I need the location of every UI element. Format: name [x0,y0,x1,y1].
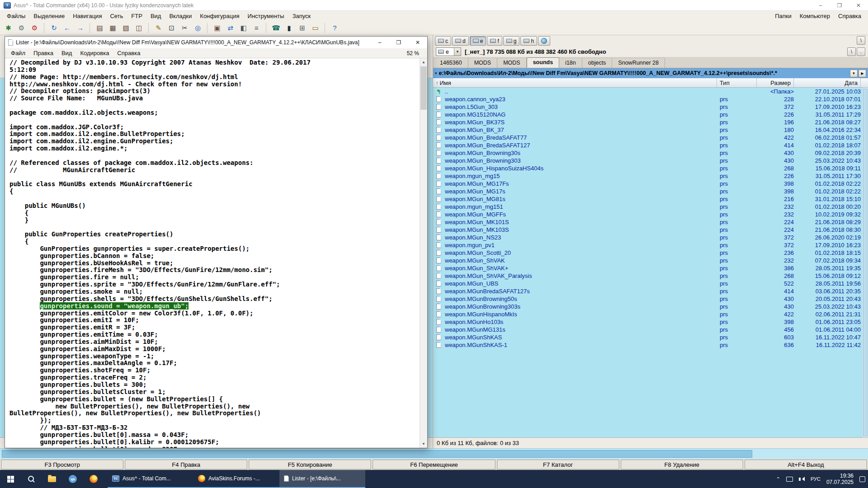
lister-content[interactable]: // Decompiled by DJ v3.10.10.93 Copyrigh… [5,58,427,448]
lister-scrollbar-thumb[interactable] [420,66,427,110]
tc-maximize-button[interactable]: ❒ [830,0,849,10]
file-row[interactable]: weapon.MGun_MK101Sprs22421.06.2018 08:29 [433,218,862,226]
drive-root-button[interactable]: \ [857,36,865,45]
drive-e-button[interactable]: e [470,36,486,46]
file-row[interactable]: weapon.MGunBrowning50sprs43020.05.2011 2… [433,295,862,303]
scroll-down-icon[interactable]: ▼ [420,440,427,448]
tray-expand-icon[interactable]: ⌃ [776,476,780,482]
folder-tab[interactable]: MODS [497,58,527,68]
file-row[interactable]: weapon.MGun_Browning30sprs43009.02.2018 … [433,149,862,157]
file-row[interactable]: weapon.MGunMG131sprs45601.06.2011 04:00 [433,326,862,333]
file-row[interactable]: weapon.MGun_BredaSAFAT77prs42206.02.2018… [433,134,862,141]
toolbar-cut-file-button[interactable]: ✂ [179,22,191,34]
dir-history-button[interactable]: ▼ [850,70,858,77]
file-row[interactable]: weapon.MGunShKASprs60316.11.2022 10:47 [433,333,862,341]
lister-close-button[interactable]: ✕ [408,37,427,48]
function-key-f7-button[interactable]: F7 Каталог [497,460,619,469]
toolbar-help-button[interactable]: ? [329,22,341,34]
tc-menu-item[interactable]: Конфигурация [196,13,243,19]
lister-menu-item[interactable]: Правка [29,50,57,56]
file-row[interactable]: weapon.MGun_ShVAK+prs38628.05.2011 19:35 [433,264,862,272]
toolbar-calculator-button[interactable]: ⊞ [296,22,308,34]
start-button[interactable] [0,470,21,488]
tc-titlebar[interactable]: T Asus^ - Total Commander (x64) 10.00 - … [0,0,868,11]
speaker-icon[interactable] [799,477,805,481]
taskbar-window-button[interactable]: TCAsus^ - Total Com... [108,470,193,488]
file-row[interactable]: weapon.MGun_BredaSAFAT127prs41401.02.201… [433,141,862,149]
folder-tab[interactable]: objects [582,58,613,68]
toolbar-back-button[interactable]: ← [61,22,73,34]
scroll-up-icon[interactable]: ▲ [420,58,427,66]
column-header-size[interactable]: Размер [757,78,794,87]
file-explorer-button[interactable] [42,470,62,488]
toolbar-full-view-button[interactable]: ▦ [107,22,119,34]
lister-maximize-button[interactable]: ❒ [389,37,408,48]
root-dir-button[interactable]: \ [847,47,856,56]
toolbar-forward-button[interactable]: → [74,22,86,34]
file-row[interactable]: weapon.MGun_Browning303prs43025.03.2022 … [433,157,862,164]
lister-menu-item[interactable]: Кодировка [76,50,113,56]
drive-g-button[interactable]: g [503,36,520,46]
file-row[interactable]: weapon.cannon_vya23prs22822.10.2018 07:0… [433,95,862,103]
dir-hotlist-button[interactable]: ▶ [859,70,866,77]
drive-c-button[interactable]: c [435,36,451,46]
file-row[interactable]: weapon.MGun_HispanoSuizaHS404sprs26815.0… [433,164,862,172]
file-row[interactable]: weapon.MGun_ShVAK_Paralysisprs26815.06.2… [433,272,862,280]
lister-menu-item[interactable]: Вид [57,50,76,56]
file-row[interactable]: weapon.MGunBrowning303sprs43025.03.2022 … [433,303,862,310]
toolbar-options-button[interactable]: ⚙ [15,22,28,34]
folder-tab[interactable]: sounds [527,57,559,68]
notification-center-icon[interactable] [859,476,865,482]
column-header-date[interactable]: Дата [794,78,861,87]
toolbar-brief-view-button[interactable]: ▤ [94,22,106,34]
column-header-type[interactable]: Тип [717,78,757,87]
chevron-down-icon[interactable]: ▼ [454,48,461,56]
tc-menu-item[interactable]: Справка [834,13,865,19]
drive-h-button[interactable]: h [520,36,537,46]
file-row[interactable]: weapon.MGun_MG17Fsprs39801.02.2018 02:22 [433,180,862,188]
file-row[interactable]: weapon.MGunHispanoMkIsprs42202.06.2011 2… [433,310,862,318]
toolbar-configuration-button[interactable]: ✱ [2,22,14,34]
lister-menu-item[interactable]: Файл [7,50,29,56]
toolbar-quick-view-button[interactable]: ◫ [133,22,145,34]
parent-dir-button[interactable]: . [857,47,865,56]
file-row[interactable]: weapon.MGun_BK37Sprs19621.06.2018 08:27 [433,118,862,126]
function-key-f5-button[interactable]: F5 Копирование [249,460,371,469]
path-bar[interactable]: ▾ e:\Файлы\Downloads\Ил-2\Моды\!New Diff… [433,68,868,78]
file-row[interactable]: weapon.MGun_UBSprs52228.05.2011 19:56 [433,280,862,287]
command-line-bar[interactable] [0,448,868,459]
file-row[interactable]: weapon.mgun_mg15prs22631.05.2011 17:30 [433,172,862,180]
toolbar-search-files-button[interactable]: ◎ [192,22,204,34]
file-row[interactable]: weapon.MG15120NAGprs22631.05.2011 17:29 [433,111,862,118]
tc-menu-item[interactable]: Вид [146,13,165,19]
toolbar-refresh-button[interactable]: ↻ [48,22,60,34]
file-row[interactable]: weapon.MGunHo103sprs39801.06.2011 23:05 [433,318,862,326]
file-list-scrollbar[interactable] [862,88,868,437]
toolbar-tree-view-button[interactable]: ▧ [120,22,132,34]
tc-menu-item[interactable]: Инструменты [244,13,288,19]
tc-menu-item[interactable]: Компьютер [796,13,834,19]
toolbar-copy-file-button[interactable]: ⊡ [165,22,178,34]
file-row[interactable]: weapon.MGun_Scotti_20prs23601.02.2018 18… [433,249,862,257]
tc-menu-item[interactable]: FTP [127,13,146,19]
lister-menu-item[interactable]: Справка [113,50,144,56]
column-header-name[interactable]: ↑Имя [433,78,717,87]
taskbar-window-button[interactable]: Lister - [e:\Файлы\... [279,470,365,488]
tc-close-button[interactable]: ✕ [849,0,868,10]
file-row[interactable]: weapon.mgun_mg151prs23201.02.2018 00:20 [433,203,862,211]
folder-tab[interactable]: SnowRunner 28 [612,58,665,68]
file-row[interactable]: weapon.MGun_MG17sprs39801.02.2018 02:22 [433,188,862,195]
lister-minimize-button[interactable]: – [370,37,389,48]
file-row[interactable]: weapon.MGunShKAS-1prs63616.11.2022 11:42 [433,341,862,349]
toolbar-multi-rename-button[interactable]: ≡ [250,22,263,34]
file-row[interactable]: weapon.MGun_ShVAKprs23207.02.2018 09:34 [433,257,862,264]
drive-combo[interactable]: e ▼ [436,47,461,56]
tc-minimize-button[interactable]: – [811,0,830,10]
toolbar-tools-button[interactable]: ⚙ [28,22,41,34]
tc-menu-item[interactable]: Запуск [288,13,315,19]
network-icon[interactable] [786,477,793,482]
file-row[interactable]: weapon.MGunBredaSAFAT127sprs41403.06.201… [433,287,862,295]
file-row[interactable]: weapon.MGun_BK_37prs18016.04.2016 22:34 [433,126,862,134]
toolbar-compare-files-button[interactable]: ◧ [237,22,250,34]
tc-menu-item[interactable]: Сеть [106,13,127,19]
